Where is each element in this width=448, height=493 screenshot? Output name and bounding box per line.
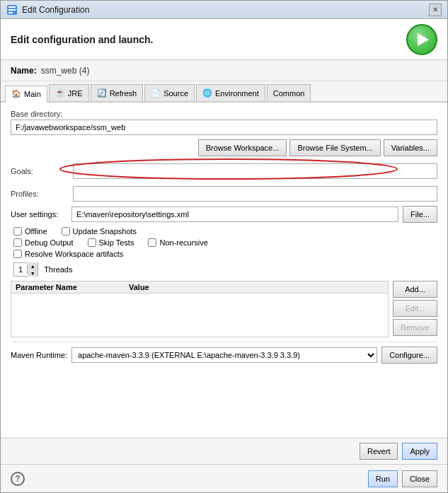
base-directory-input[interactable] — [11, 120, 437, 135]
main-tab-label: Main — [24, 90, 41, 98]
jre-tab-label: JRE — [68, 89, 83, 98]
param-table-body[interactable] — [11, 294, 388, 337]
spinner-up[interactable]: ▲ — [28, 262, 38, 269]
close-icon[interactable]: ✕ — [429, 4, 442, 16]
svg-rect-3 — [8, 12, 13, 13]
profiles-label: Profiles: — [11, 190, 67, 198]
source-tab-label: Source — [163, 89, 188, 98]
user-settings-row: User settings: File... — [11, 206, 437, 223]
common-tab-label: Common — [273, 89, 305, 98]
debug-output-label: Debug Output — [25, 238, 74, 247]
main-content: Base directory: Browse Workspace... Brow… — [1, 103, 447, 438]
tab-source[interactable]: 📄 Source — [144, 84, 195, 101]
title-bar-left: Edit Configuration — [6, 4, 89, 16]
maven-runtime-label: Maven Runtime: — [11, 351, 67, 359]
param-table: Parameter Name Value — [11, 281, 389, 337]
threads-value: 1 — [14, 265, 28, 274]
tab-environment[interactable]: 🌐 Environment — [196, 84, 265, 101]
non-recursive-checkbox[interactable]: Non-recursive — [148, 238, 207, 247]
window: Edit Configuration ✕ Edit configuration … — [0, 0, 448, 493]
bottom-bar: ? Run Close — [1, 464, 447, 492]
checkbox-row-1: Offline Update Snapshots — [13, 227, 437, 236]
maven-runtime-row: Maven Runtime: apache-maven-3.3.9 (EXTER… — [11, 342, 437, 366]
variables-button[interactable]: Variables... — [384, 139, 437, 156]
header-title: Edit configuration and launch. — [11, 34, 153, 45]
debug-output-check[interactable] — [13, 238, 22, 247]
tab-jre[interactable]: ☕ JRE — [49, 84, 89, 101]
refresh-tab-label: Refresh — [110, 89, 137, 98]
revert-button[interactable]: Revert — [360, 443, 398, 460]
close-button[interactable]: Close — [402, 470, 437, 487]
skip-tests-check[interactable] — [88, 238, 96, 247]
offline-label: Offline — [25, 227, 47, 236]
threads-row: 1 ▲ ▼ Threads — [11, 262, 437, 277]
param-table-header: Parameter Name Value — [11, 282, 388, 294]
threads-label: Threads — [44, 265, 72, 274]
goals-row: Goals: — [11, 163, 437, 179]
table-buttons: Add... Edit... Remove — [393, 281, 437, 337]
browse-workspace-button[interactable]: Browse Workspace... — [198, 139, 287, 156]
main-tab-icon: 🏠 — [11, 89, 21, 98]
non-recursive-label: Non-recursive — [159, 238, 207, 247]
resolve-workspace-checkbox[interactable]: Resolve Workspace artifacts — [13, 250, 123, 258]
configure-button[interactable]: Configure... — [381, 347, 437, 364]
tab-common[interactable]: Common — [267, 84, 311, 101]
user-settings-input[interactable] — [71, 207, 398, 222]
file-button[interactable]: File... — [403, 206, 437, 223]
svg-rect-1 — [8, 6, 16, 8]
param-col-value-header: Value — [129, 283, 384, 291]
offline-check[interactable] — [13, 227, 22, 236]
checkboxes-section: Offline Update Snapshots Debug Output Sk… — [11, 227, 437, 258]
help-icon[interactable]: ? — [11, 472, 25, 486]
name-value: ssm_web (4) — [41, 66, 90, 76]
title-bar: Edit Configuration ✕ — [1, 1, 447, 19]
spinner-arrows: ▲ ▼ — [28, 262, 38, 277]
checkbox-row-3: Resolve Workspace artifacts — [13, 250, 437, 258]
edit-button[interactable]: Edit... — [393, 300, 437, 317]
profiles-input[interactable] — [73, 186, 437, 202]
skip-tests-label: Skip Tests — [99, 238, 134, 247]
name-label: Name: — [11, 66, 37, 76]
base-directory-label: Base directory: — [11, 110, 437, 118]
user-settings-label: User settings: — [11, 210, 67, 219]
play-icon — [418, 33, 429, 46]
svg-rect-2 — [8, 9, 16, 11]
spinner-down[interactable]: ▼ — [28, 269, 38, 277]
goals-label: Goals: — [11, 167, 67, 175]
maven-runtime-select[interactable]: apache-maven-3.3.9 (EXTERNAL E:\apache-m… — [71, 347, 377, 363]
goals-wrapper — [73, 163, 437, 179]
tab-refresh[interactable]: 🔄 Refresh — [91, 84, 144, 101]
profiles-row: Profiles: — [11, 186, 437, 202]
non-recursive-check[interactable] — [148, 238, 156, 247]
jre-tab-icon: ☕ — [55, 88, 65, 98]
tabs-bar: 🏠 Main ☕ JRE 🔄 Refresh 📄 Source 🌐 Enviro… — [1, 81, 447, 103]
param-col-name-header: Parameter Name — [16, 283, 129, 291]
browse-buttons: Browse Workspace... Browse File System..… — [11, 139, 437, 156]
environment-tab-label: Environment — [215, 89, 259, 98]
apply-button[interactable]: Apply — [402, 443, 437, 460]
browse-file-system-button[interactable]: Browse File System... — [289, 139, 380, 156]
bottom-buttons: Run Close — [368, 470, 437, 487]
name-bar: Name: ssm_web (4) — [1, 60, 447, 81]
update-snapshots-check[interactable] — [62, 227, 70, 236]
param-table-section: Parameter Name Value Add... Edit... Remo… — [11, 281, 437, 337]
resolve-workspace-check[interactable] — [13, 250, 22, 258]
title-text: Edit Configuration — [22, 5, 89, 15]
resolve-workspace-label: Resolve Workspace artifacts — [25, 250, 123, 258]
update-snapshots-checkbox[interactable]: Update Snapshots — [62, 227, 137, 236]
tab-main[interactable]: 🏠 Main — [5, 86, 47, 103]
run-button-header[interactable] — [406, 24, 437, 55]
run-button[interactable]: Run — [368, 470, 398, 487]
header-area: Edit configuration and launch. — [1, 19, 447, 60]
threads-spinner[interactable]: 1 ▲ ▼ — [13, 262, 38, 277]
debug-output-checkbox[interactable]: Debug Output — [13, 238, 74, 247]
environment-tab-icon: 🌐 — [202, 88, 212, 98]
add-button[interactable]: Add... — [393, 281, 437, 298]
footer-actions: Revert Apply — [1, 438, 447, 464]
skip-tests-checkbox[interactable]: Skip Tests — [88, 238, 134, 247]
source-tab-icon: 📄 — [151, 88, 161, 98]
remove-button[interactable]: Remove — [393, 319, 437, 336]
offline-checkbox[interactable]: Offline — [13, 227, 47, 236]
app-icon — [6, 4, 18, 16]
goals-input[interactable] — [73, 163, 437, 179]
